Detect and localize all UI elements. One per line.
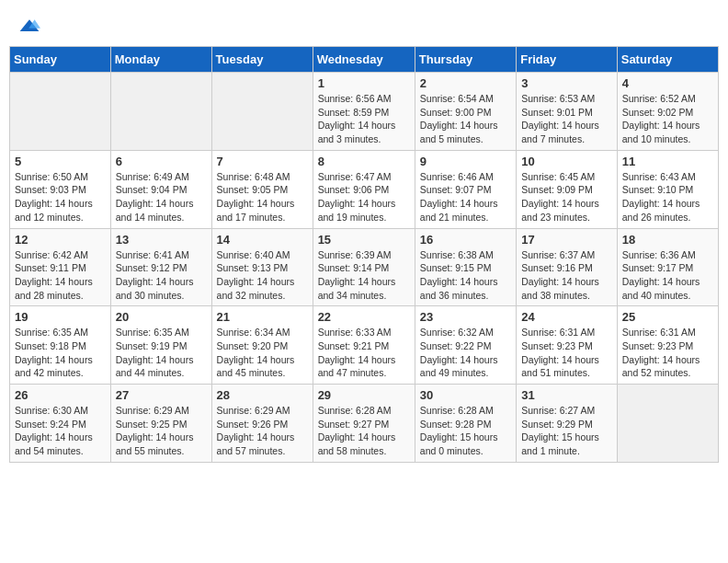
calendar-cell: 31Sunrise: 6:27 AM Sunset: 9:29 PM Dayli… — [517, 385, 618, 463]
weekday-header-row: SundayMondayTuesdayWednesdayThursdayFrid… — [10, 47, 719, 73]
calendar-cell: 29Sunrise: 6:28 AM Sunset: 9:27 PM Dayli… — [313, 385, 415, 463]
day-info: Sunrise: 6:50 AM Sunset: 9:03 PM Dayligh… — [15, 170, 106, 224]
day-number: 16 — [420, 233, 511, 247]
calendar-cell — [10, 73, 111, 151]
day-number: 28 — [217, 388, 308, 402]
day-info: Sunrise: 6:39 AM Sunset: 9:14 PM Dayligh… — [318, 248, 410, 303]
day-info: Sunrise: 6:42 AM Sunset: 9:11 PM Dayligh… — [15, 248, 106, 303]
calendar-cell — [110, 73, 211, 151]
calendar-cell: 22Sunrise: 6:33 AM Sunset: 9:21 PM Dayli… — [313, 306, 415, 385]
day-number: 30 — [420, 388, 511, 402]
day-number: 10 — [521, 155, 612, 168]
calendar-week-row: 12Sunrise: 6:42 AM Sunset: 9:11 PM Dayli… — [10, 228, 719, 306]
day-info: Sunrise: 6:56 AM Sunset: 8:59 PM Dayligh… — [318, 92, 410, 146]
day-number: 18 — [622, 233, 713, 247]
calendar-cell: 18Sunrise: 6:36 AM Sunset: 9:17 PM Dayli… — [617, 228, 718, 306]
calendar-cell: 5Sunrise: 6:50 AM Sunset: 9:03 PM Daylig… — [10, 150, 111, 228]
day-info: Sunrise: 6:45 AM Sunset: 9:09 PM Dayligh… — [521, 170, 612, 224]
calendar-cell: 25Sunrise: 6:31 AM Sunset: 9:23 PM Dayli… — [617, 306, 718, 385]
day-number: 12 — [15, 233, 106, 247]
day-info: Sunrise: 6:47 AM Sunset: 9:06 PM Dayligh… — [318, 170, 410, 224]
calendar-week-row: 19Sunrise: 6:35 AM Sunset: 9:18 PM Dayli… — [10, 306, 719, 385]
day-info: Sunrise: 6:43 AM Sunset: 9:10 PM Dayligh… — [622, 170, 713, 224]
calendar-cell: 13Sunrise: 6:41 AM Sunset: 9:12 PM Dayli… — [110, 228, 211, 306]
day-number: 11 — [622, 155, 713, 168]
day-info: Sunrise: 6:37 AM Sunset: 9:16 PM Dayligh… — [521, 248, 612, 303]
calendar-cell — [211, 73, 313, 151]
day-info: Sunrise: 6:52 AM Sunset: 9:02 PM Dayligh… — [622, 92, 713, 146]
day-info: Sunrise: 6:35 AM Sunset: 9:18 PM Dayligh… — [15, 326, 106, 380]
calendar-cell: 11Sunrise: 6:43 AM Sunset: 9:10 PM Dayli… — [617, 150, 718, 228]
calendar-cell: 19Sunrise: 6:35 AM Sunset: 9:18 PM Dayli… — [10, 306, 111, 385]
day-number: 26 — [15, 388, 106, 402]
day-info: Sunrise: 6:48 AM Sunset: 9:05 PM Dayligh… — [217, 170, 308, 224]
day-number: 24 — [521, 310, 612, 324]
calendar-cell: 7Sunrise: 6:48 AM Sunset: 9:05 PM Daylig… — [211, 150, 313, 228]
calendar-cell: 26Sunrise: 6:30 AM Sunset: 9:24 PM Dayli… — [10, 385, 111, 463]
day-info: Sunrise: 6:49 AM Sunset: 9:04 PM Dayligh… — [116, 170, 207, 224]
calendar-cell: 14Sunrise: 6:40 AM Sunset: 9:13 PM Dayli… — [211, 228, 313, 306]
day-info: Sunrise: 6:35 AM Sunset: 9:19 PM Dayligh… — [116, 326, 207, 380]
day-number: 6 — [116, 155, 207, 168]
weekday-header: Wednesday — [313, 47, 415, 73]
day-number: 21 — [217, 310, 308, 324]
day-info: Sunrise: 6:31 AM Sunset: 9:23 PM Dayligh… — [622, 326, 713, 380]
day-number: 13 — [116, 233, 207, 247]
day-info: Sunrise: 6:41 AM Sunset: 9:12 PM Dayligh… — [116, 248, 207, 303]
day-info: Sunrise: 6:34 AM Sunset: 9:20 PM Dayligh… — [217, 326, 308, 380]
day-number: 22 — [318, 310, 410, 324]
weekday-header: Saturday — [617, 47, 718, 73]
calendar-cell: 3Sunrise: 6:53 AM Sunset: 9:01 PM Daylig… — [517, 73, 618, 151]
calendar-cell: 21Sunrise: 6:34 AM Sunset: 9:20 PM Dayli… — [211, 306, 313, 385]
calendar-cell: 1Sunrise: 6:56 AM Sunset: 8:59 PM Daylig… — [313, 73, 415, 151]
day-info: Sunrise: 6:53 AM Sunset: 9:01 PM Dayligh… — [521, 92, 612, 146]
day-info: Sunrise: 6:27 AM Sunset: 9:29 PM Dayligh… — [521, 404, 612, 458]
day-number: 2 — [420, 76, 511, 90]
weekday-header: Tuesday — [211, 47, 313, 73]
weekday-header: Friday — [517, 47, 618, 73]
calendar-cell: 17Sunrise: 6:37 AM Sunset: 9:16 PM Dayli… — [517, 228, 618, 306]
weekday-header: Thursday — [415, 47, 516, 73]
day-number: 4 — [622, 76, 713, 90]
day-info: Sunrise: 6:30 AM Sunset: 9:24 PM Dayligh… — [15, 404, 106, 458]
calendar-cell: 6Sunrise: 6:49 AM Sunset: 9:04 PM Daylig… — [110, 150, 211, 228]
calendar-cell: 4Sunrise: 6:52 AM Sunset: 9:02 PM Daylig… — [617, 73, 718, 151]
day-info: Sunrise: 6:31 AM Sunset: 9:23 PM Dayligh… — [521, 326, 612, 380]
calendar-week-row: 26Sunrise: 6:30 AM Sunset: 9:24 PM Dayli… — [10, 385, 719, 463]
calendar-cell — [617, 385, 718, 463]
day-number: 14 — [217, 233, 308, 247]
calendar-cell: 23Sunrise: 6:32 AM Sunset: 9:22 PM Dayli… — [415, 306, 516, 385]
day-number: 9 — [420, 155, 511, 168]
calendar-cell: 8Sunrise: 6:47 AM Sunset: 9:06 PM Daylig… — [313, 150, 415, 228]
weekday-header: Sunday — [10, 47, 111, 73]
day-number: 29 — [318, 388, 410, 402]
day-info: Sunrise: 6:54 AM Sunset: 9:00 PM Dayligh… — [420, 92, 511, 146]
day-number: 23 — [420, 310, 511, 324]
day-info: Sunrise: 6:33 AM Sunset: 9:21 PM Dayligh… — [318, 326, 410, 380]
calendar-cell: 10Sunrise: 6:45 AM Sunset: 9:09 PM Dayli… — [517, 150, 618, 228]
day-number: 5 — [15, 155, 106, 168]
day-info: Sunrise: 6:32 AM Sunset: 9:22 PM Dayligh… — [420, 326, 511, 380]
weekday-header: Monday — [110, 47, 211, 73]
logo — [18, 17, 44, 39]
calendar-table: SundayMondayTuesdayWednesdayThursdayFrid… — [9, 46, 719, 463]
day-number: 7 — [217, 155, 308, 168]
calendar-cell: 30Sunrise: 6:28 AM Sunset: 9:28 PM Dayli… — [415, 385, 516, 463]
day-info: Sunrise: 6:29 AM Sunset: 9:25 PM Dayligh… — [116, 404, 207, 458]
day-number: 20 — [116, 310, 207, 324]
day-info: Sunrise: 6:28 AM Sunset: 9:28 PM Dayligh… — [420, 404, 511, 458]
calendar-cell: 9Sunrise: 6:46 AM Sunset: 9:07 PM Daylig… — [415, 150, 516, 228]
calendar-cell: 12Sunrise: 6:42 AM Sunset: 9:11 PM Dayli… — [10, 228, 111, 306]
calendar-cell: 16Sunrise: 6:38 AM Sunset: 9:15 PM Dayli… — [415, 228, 516, 306]
day-number: 31 — [521, 388, 612, 402]
page-header — [9, 9, 719, 42]
day-number: 27 — [116, 388, 207, 402]
calendar-cell: 27Sunrise: 6:29 AM Sunset: 9:25 PM Dayli… — [110, 385, 211, 463]
calendar-cell: 20Sunrise: 6:35 AM Sunset: 9:19 PM Dayli… — [110, 306, 211, 385]
day-number: 19 — [15, 310, 106, 324]
calendar-week-row: 5Sunrise: 6:50 AM Sunset: 9:03 PM Daylig… — [10, 150, 719, 228]
day-number: 1 — [318, 76, 410, 90]
day-number: 25 — [622, 310, 713, 324]
day-info: Sunrise: 6:28 AM Sunset: 9:27 PM Dayligh… — [318, 404, 410, 458]
day-number: 3 — [521, 76, 612, 90]
